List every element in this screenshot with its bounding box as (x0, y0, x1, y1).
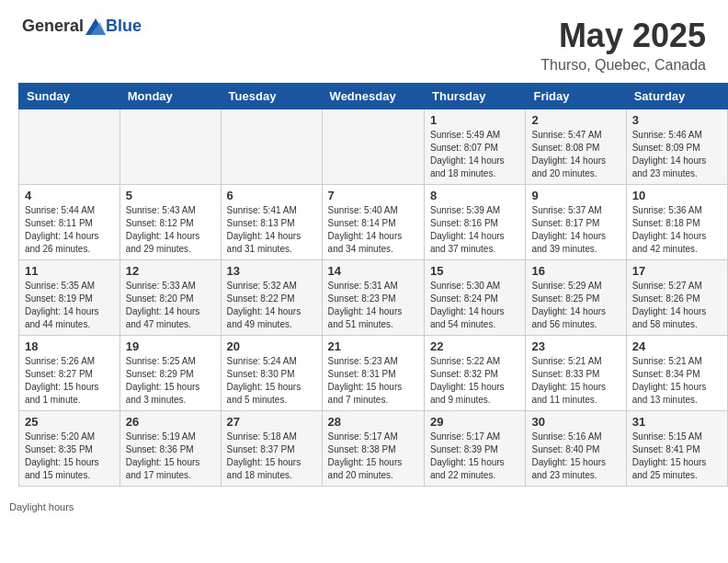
day-info: Sunrise: 5:33 AM Sunset: 8:20 PM Dayligh… (126, 280, 215, 331)
day-info: Sunrise: 5:25 AM Sunset: 8:29 PM Dayligh… (126, 355, 215, 407)
calendar-cell: 8Sunrise: 5:39 AM Sunset: 8:16 PM Daylig… (425, 185, 526, 260)
calendar-header-row: Sunday Monday Tuesday Wednesday Thursday… (19, 84, 728, 109)
month-year: May 2025 (540, 17, 706, 55)
calendar-cell: 16Sunrise: 5:29 AM Sunset: 8:25 PM Dayli… (526, 260, 626, 336)
day-number: 29 (430, 415, 519, 429)
calendar-cell: 10Sunrise: 5:36 AM Sunset: 8:18 PM Dayli… (626, 185, 727, 260)
day-info: Sunrise: 5:27 AM Sunset: 8:26 PM Dayligh… (632, 280, 722, 331)
calendar-week-2: 4Sunrise: 5:44 AM Sunset: 8:11 PM Daylig… (19, 185, 728, 260)
calendar-cell: 31Sunrise: 5:15 AM Sunset: 8:41 PM Dayli… (626, 411, 727, 487)
day-info: Sunrise: 5:30 AM Sunset: 8:24 PM Dayligh… (430, 280, 519, 331)
col-tuesday: Tuesday (221, 84, 322, 109)
col-friday: Friday (526, 84, 626, 109)
day-number: 24 (632, 339, 722, 353)
footer: Daylight hours (0, 496, 728, 518)
calendar-cell: 12Sunrise: 5:33 AM Sunset: 8:20 PM Dayli… (119, 260, 221, 336)
logo-blue: Blue (106, 17, 142, 36)
day-number: 18 (25, 339, 114, 353)
day-info: Sunrise: 5:32 AM Sunset: 8:22 PM Dayligh… (227, 280, 316, 331)
col-saturday: Saturday (626, 84, 727, 109)
calendar-week-5: 25Sunrise: 5:20 AM Sunset: 8:35 PM Dayli… (19, 411, 728, 487)
day-info: Sunrise: 5:23 AM Sunset: 8:31 PM Dayligh… (328, 355, 418, 407)
day-info: Sunrise: 5:39 AM Sunset: 8:16 PM Dayligh… (430, 204, 519, 256)
day-number: 13 (227, 264, 316, 278)
day-info: Sunrise: 5:40 AM Sunset: 8:14 PM Dayligh… (328, 204, 418, 256)
calendar-cell: 30Sunrise: 5:16 AM Sunset: 8:40 PM Dayli… (526, 411, 626, 487)
col-thursday: Thursday (425, 84, 526, 109)
calendar-cell: 22Sunrise: 5:22 AM Sunset: 8:32 PM Dayli… (425, 336, 526, 411)
page-container: General Blue May 2025 Thurso, Quebec, Ca… (0, 0, 728, 518)
calendar-cell: 3Sunrise: 5:46 AM Sunset: 8:09 PM Daylig… (626, 109, 727, 185)
calendar-cell: 9Sunrise: 5:37 AM Sunset: 8:17 PM Daylig… (526, 185, 626, 260)
day-number: 19 (126, 339, 215, 353)
calendar-cell: 1Sunrise: 5:49 AM Sunset: 8:07 PM Daylig… (425, 109, 526, 185)
calendar-cell: 18Sunrise: 5:26 AM Sunset: 8:27 PM Dayli… (19, 336, 120, 411)
calendar-cell: 11Sunrise: 5:35 AM Sunset: 8:19 PM Dayli… (19, 260, 120, 336)
calendar-cell: 20Sunrise: 5:24 AM Sunset: 8:30 PM Dayli… (221, 336, 322, 411)
day-number: 23 (531, 339, 620, 353)
calendar-cell (119, 109, 221, 185)
day-info: Sunrise: 5:17 AM Sunset: 8:38 PM Dayligh… (328, 431, 418, 482)
day-info: Sunrise: 5:46 AM Sunset: 8:09 PM Dayligh… (632, 129, 722, 180)
day-info: Sunrise: 5:24 AM Sunset: 8:30 PM Dayligh… (227, 355, 316, 407)
day-number: 9 (531, 189, 620, 202)
day-info: Sunrise: 5:15 AM Sunset: 8:41 PM Dayligh… (632, 431, 722, 482)
calendar-cell: 23Sunrise: 5:21 AM Sunset: 8:33 PM Dayli… (526, 336, 626, 411)
day-number: 8 (430, 189, 519, 202)
day-info: Sunrise: 5:21 AM Sunset: 8:34 PM Dayligh… (632, 355, 722, 407)
calendar-cell: 4Sunrise: 5:44 AM Sunset: 8:11 PM Daylig… (19, 185, 120, 260)
day-info: Sunrise: 5:26 AM Sunset: 8:27 PM Dayligh… (25, 355, 114, 407)
day-number: 11 (25, 264, 114, 278)
day-info: Sunrise: 5:35 AM Sunset: 8:19 PM Dayligh… (25, 280, 114, 331)
calendar-cell: 7Sunrise: 5:40 AM Sunset: 8:14 PM Daylig… (322, 185, 424, 260)
logo: General Blue (22, 17, 142, 36)
calendar-cell: 28Sunrise: 5:17 AM Sunset: 8:38 PM Dayli… (322, 411, 424, 487)
day-number: 16 (531, 264, 620, 278)
day-number: 2 (531, 113, 620, 127)
day-info: Sunrise: 5:22 AM Sunset: 8:32 PM Dayligh… (430, 355, 519, 407)
day-info: Sunrise: 5:16 AM Sunset: 8:40 PM Dayligh… (531, 431, 620, 482)
calendar-cell: 6Sunrise: 5:41 AM Sunset: 8:13 PM Daylig… (221, 185, 322, 260)
day-number: 17 (632, 264, 722, 278)
day-number: 21 (328, 339, 418, 353)
calendar-cell: 15Sunrise: 5:30 AM Sunset: 8:24 PM Dayli… (425, 260, 526, 336)
calendar-week-3: 11Sunrise: 5:35 AM Sunset: 8:19 PM Dayli… (19, 260, 728, 336)
day-info: Sunrise: 5:18 AM Sunset: 8:37 PM Dayligh… (227, 431, 316, 482)
day-number: 7 (328, 189, 418, 202)
calendar-cell (322, 109, 424, 185)
calendar-cell: 13Sunrise: 5:32 AM Sunset: 8:22 PM Dayli… (221, 260, 322, 336)
calendar-cell: 29Sunrise: 5:17 AM Sunset: 8:39 PM Dayli… (425, 411, 526, 487)
day-number: 3 (632, 113, 722, 127)
col-sunday: Sunday (19, 84, 120, 109)
calendar-cell (221, 109, 322, 185)
day-number: 1 (430, 113, 519, 127)
header: General Blue May 2025 Thurso, Quebec, Ca… (0, 0, 728, 83)
calendar-cell: 19Sunrise: 5:25 AM Sunset: 8:29 PM Dayli… (119, 336, 221, 411)
day-info: Sunrise: 5:20 AM Sunset: 8:35 PM Dayligh… (25, 431, 114, 482)
day-info: Sunrise: 5:47 AM Sunset: 8:08 PM Dayligh… (531, 129, 620, 180)
day-number: 15 (430, 264, 519, 278)
day-info: Sunrise: 5:43 AM Sunset: 8:12 PM Dayligh… (126, 204, 215, 256)
day-number: 30 (531, 415, 620, 429)
calendar-cell: 27Sunrise: 5:18 AM Sunset: 8:37 PM Dayli… (221, 411, 322, 487)
day-info: Sunrise: 5:29 AM Sunset: 8:25 PM Dayligh… (531, 280, 620, 331)
title-block: May 2025 Thurso, Quebec, Canada (540, 17, 706, 74)
footer-text: Daylight hours (9, 501, 74, 512)
day-number: 5 (126, 189, 215, 202)
calendar-cell: 24Sunrise: 5:21 AM Sunset: 8:34 PM Dayli… (626, 336, 727, 411)
calendar-cell: 5Sunrise: 5:43 AM Sunset: 8:12 PM Daylig… (119, 185, 221, 260)
calendar-cell: 2Sunrise: 5:47 AM Sunset: 8:08 PM Daylig… (526, 109, 626, 185)
day-number: 12 (126, 264, 215, 278)
calendar-cell: 26Sunrise: 5:19 AM Sunset: 8:36 PM Dayli… (119, 411, 221, 487)
col-monday: Monday (119, 84, 221, 109)
day-number: 4 (25, 189, 114, 202)
logo-icon (85, 18, 106, 35)
day-number: 20 (227, 339, 316, 353)
calendar-body: 1Sunrise: 5:49 AM Sunset: 8:07 PM Daylig… (19, 109, 728, 487)
day-number: 28 (328, 415, 418, 429)
calendar-week-4: 18Sunrise: 5:26 AM Sunset: 8:27 PM Dayli… (19, 336, 728, 411)
calendar-week-1: 1Sunrise: 5:49 AM Sunset: 8:07 PM Daylig… (19, 109, 728, 185)
calendar-cell: 21Sunrise: 5:23 AM Sunset: 8:31 PM Dayli… (322, 336, 424, 411)
day-number: 10 (632, 189, 722, 202)
day-number: 31 (632, 415, 722, 429)
